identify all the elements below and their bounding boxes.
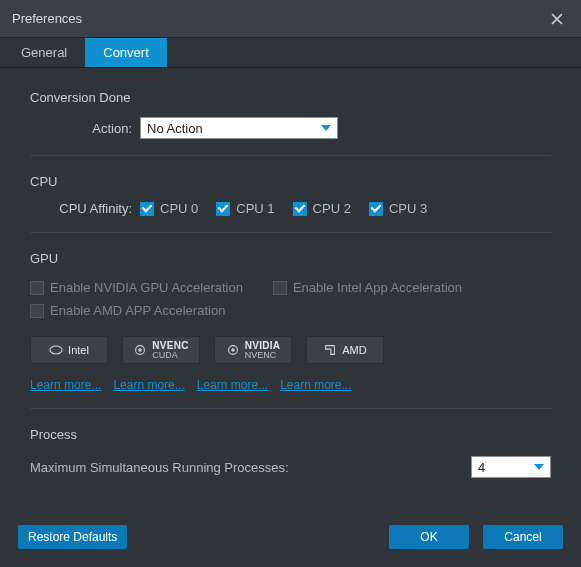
checkbox-icon bbox=[293, 202, 307, 216]
nvenc-cuda-label: NVENC CUDA bbox=[152, 341, 189, 360]
nvidia-nvenc-label: NVIDIA NVENC bbox=[245, 341, 281, 360]
learn-more-nvenc-cuda[interactable]: Learn more... bbox=[113, 378, 184, 392]
close-button[interactable] bbox=[545, 7, 569, 31]
action-label: Action: bbox=[30, 121, 140, 136]
nvenc-cuda-button[interactable]: NVENC CUDA bbox=[122, 336, 200, 364]
cpu3-checkbox[interactable]: CPU 3 bbox=[369, 201, 427, 216]
section-process: Process bbox=[30, 427, 551, 442]
amd-icon bbox=[323, 343, 337, 357]
checkbox-icon bbox=[140, 202, 154, 216]
cpu1-label: CPU 1 bbox=[236, 201, 274, 216]
amd-button-label: AMD bbox=[342, 344, 366, 356]
nvidia-accel-label: Enable NVIDIA GPU Acceleration bbox=[50, 280, 243, 295]
amd-accel-label: Enable AMD APP Acceleration bbox=[50, 303, 225, 318]
learn-more-nvidia-nvenc[interactable]: Learn more... bbox=[197, 378, 268, 392]
max-processes-label: Maximum Simultaneous Running Processes: bbox=[30, 460, 471, 475]
cpu3-label: CPU 3 bbox=[389, 201, 427, 216]
learn-more-amd[interactable]: Learn more... bbox=[280, 378, 351, 392]
svg-point-0 bbox=[50, 346, 62, 354]
intel-button[interactable]: Intel bbox=[30, 336, 108, 364]
max-processes-select[interactable]: 4 bbox=[471, 456, 551, 478]
checkbox-icon bbox=[273, 281, 287, 295]
intel-icon bbox=[49, 343, 63, 357]
cancel-button[interactable]: Cancel bbox=[483, 525, 563, 549]
close-icon bbox=[551, 13, 563, 25]
cpu0-label: CPU 0 bbox=[160, 201, 198, 216]
checkbox-icon bbox=[216, 202, 230, 216]
tab-convert[interactable]: Convert bbox=[85, 38, 167, 67]
section-gpu: GPU bbox=[30, 251, 551, 266]
learn-more-row: Learn more... Learn more... Learn more..… bbox=[30, 378, 551, 392]
intel-button-label: Intel bbox=[68, 344, 89, 356]
section-cpu: CPU bbox=[30, 174, 551, 189]
svg-point-2 bbox=[138, 348, 142, 352]
max-processes-value: 4 bbox=[478, 460, 485, 475]
section-conversion-done: Conversion Done bbox=[30, 90, 551, 105]
titlebar: Preferences bbox=[0, 0, 581, 38]
cpu-affinity-group: CPU 0 CPU 1 CPU 2 CPU 3 bbox=[140, 201, 427, 216]
dialog-footer: Restore Defaults OK Cancel bbox=[0, 515, 581, 567]
nvidia-icon bbox=[226, 343, 240, 357]
gpu-button-row: Intel NVENC CUDA NVIDIA NVENC AMD bbox=[30, 336, 551, 364]
learn-more-intel[interactable]: Learn more... bbox=[30, 378, 101, 392]
nvidia-icon bbox=[133, 343, 147, 357]
restore-defaults-button[interactable]: Restore Defaults bbox=[18, 525, 127, 549]
chevron-down-icon bbox=[534, 464, 544, 470]
cpu2-checkbox[interactable]: CPU 2 bbox=[293, 201, 351, 216]
cpu-affinity-label: CPU Affinity: bbox=[30, 201, 140, 216]
action-select-value: No Action bbox=[147, 121, 203, 136]
tab-content: Conversion Done Action: No Action CPU CP… bbox=[0, 68, 581, 515]
cpu2-label: CPU 2 bbox=[313, 201, 351, 216]
amd-accel-checkbox: Enable AMD APP Acceleration bbox=[30, 303, 225, 318]
cpu0-checkbox[interactable]: CPU 0 bbox=[140, 201, 198, 216]
divider bbox=[30, 232, 551, 233]
tab-general[interactable]: General bbox=[3, 38, 85, 67]
amd-button[interactable]: AMD bbox=[306, 336, 384, 364]
tab-bar: General Convert bbox=[0, 38, 581, 68]
window-title: Preferences bbox=[12, 11, 82, 26]
checkbox-icon bbox=[30, 281, 44, 295]
intel-accel-label: Enable Intel App Acceleration bbox=[293, 280, 462, 295]
chevron-down-icon bbox=[321, 125, 331, 131]
divider bbox=[30, 155, 551, 156]
checkbox-icon bbox=[30, 304, 44, 318]
svg-point-4 bbox=[231, 348, 235, 352]
nvidia-accel-checkbox: Enable NVIDIA GPU Acceleration bbox=[30, 280, 243, 295]
intel-accel-checkbox: Enable Intel App Acceleration bbox=[273, 280, 462, 295]
ok-button[interactable]: OK bbox=[389, 525, 469, 549]
nvidia-nvenc-button[interactable]: NVIDIA NVENC bbox=[214, 336, 292, 364]
cpu1-checkbox[interactable]: CPU 1 bbox=[216, 201, 274, 216]
action-select[interactable]: No Action bbox=[140, 117, 338, 139]
gpu-options: Enable NVIDIA GPU Acceleration Enable In… bbox=[30, 280, 551, 318]
checkbox-icon bbox=[369, 202, 383, 216]
preferences-window: Preferences General Convert Conversion D… bbox=[0, 0, 581, 567]
divider bbox=[30, 408, 551, 409]
